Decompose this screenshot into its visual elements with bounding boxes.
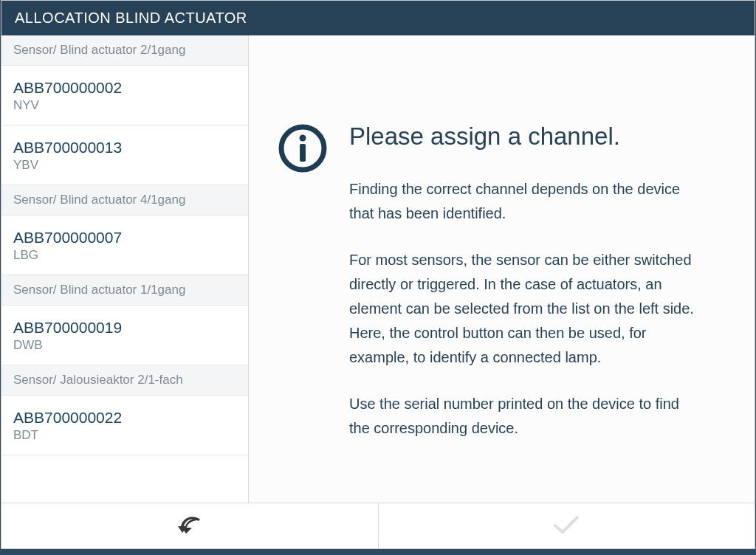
device-item[interactable]: ABB700000002NYV xyxy=(1,66,248,125)
dialog-body: Sensor/ Blind actuator 2/1gangABB7000000… xyxy=(1,35,755,503)
dialog-footer xyxy=(1,503,755,548)
device-id: ABB700000022 xyxy=(13,409,236,427)
main-text: Please assign a channel. Finding the cor… xyxy=(349,123,729,463)
checkmark-icon xyxy=(553,514,580,538)
main-panel: Please assign a channel. Finding the cor… xyxy=(249,35,755,503)
device-list[interactable]: Sensor/ Blind actuator 2/1gangABB7000000… xyxy=(1,35,249,503)
device-room: BDT xyxy=(13,428,236,443)
device-room: DWB xyxy=(13,338,236,353)
back-button[interactable] xyxy=(1,503,378,548)
device-item[interactable]: ABB700000013YBV xyxy=(1,125,248,185)
device-id: ABB700000013 xyxy=(13,139,236,156)
device-id: ABB700000007 xyxy=(13,229,236,247)
device-room: NYV xyxy=(13,98,236,113)
device-group-header: Sensor/ Blind actuator 1/1gang xyxy=(1,275,248,306)
device-item[interactable]: ABB700000022BDT xyxy=(1,396,248,455)
main-paragraph: Finding the correct channel depends on t… xyxy=(349,177,696,226)
device-group-header: Sensor/ Blind actuator 4/1gang xyxy=(1,185,248,216)
dialog-title: ALLOCATION BLIND ACTUATOR xyxy=(1,1,755,35)
device-room: LBG xyxy=(13,248,236,263)
device-item[interactable]: ABB700000007LBG xyxy=(1,216,248,275)
back-arrow-icon xyxy=(177,514,202,539)
svg-point-1 xyxy=(300,135,306,142)
device-id: ABB700000002 xyxy=(13,79,236,97)
svg-rect-2 xyxy=(300,144,306,162)
device-group-header: Sensor/ Blind actuator 2/1gang xyxy=(1,35,248,66)
device-group-header: Sensor/ Jalousieaktor 2/1-fach xyxy=(1,365,248,396)
info-icon xyxy=(277,123,329,174)
device-room: YBV xyxy=(13,158,236,173)
allocation-dialog: ALLOCATION BLIND ACTUATOR Sensor/ Blind … xyxy=(1,0,755,549)
confirm-button xyxy=(379,503,755,548)
main-title: Please assign a channel. xyxy=(349,123,729,151)
main-paragraph: For most sensors, the sensor can be eith… xyxy=(349,248,696,370)
device-item[interactable]: ABB700000019DWB xyxy=(1,306,248,365)
device-id: ABB700000019 xyxy=(13,319,236,337)
main-paragraph: Use the serial number printed on the dev… xyxy=(349,392,696,441)
